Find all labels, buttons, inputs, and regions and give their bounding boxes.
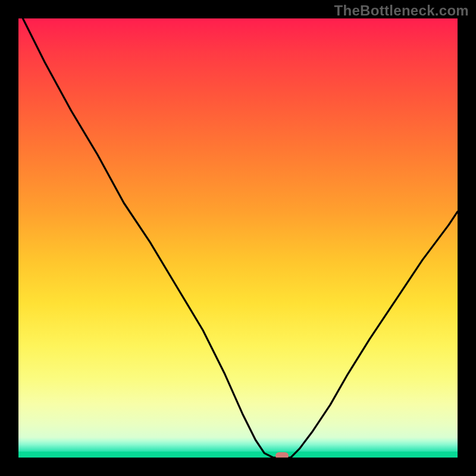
optimum-marker — [275, 452, 289, 458]
watermark-label: TheBottleneck.com — [334, 2, 469, 19]
chart-frame: TheBottleneck.com — [0, 0, 476, 476]
bottleneck-curve — [18, 18, 458, 458]
plot-area — [18, 18, 458, 458]
